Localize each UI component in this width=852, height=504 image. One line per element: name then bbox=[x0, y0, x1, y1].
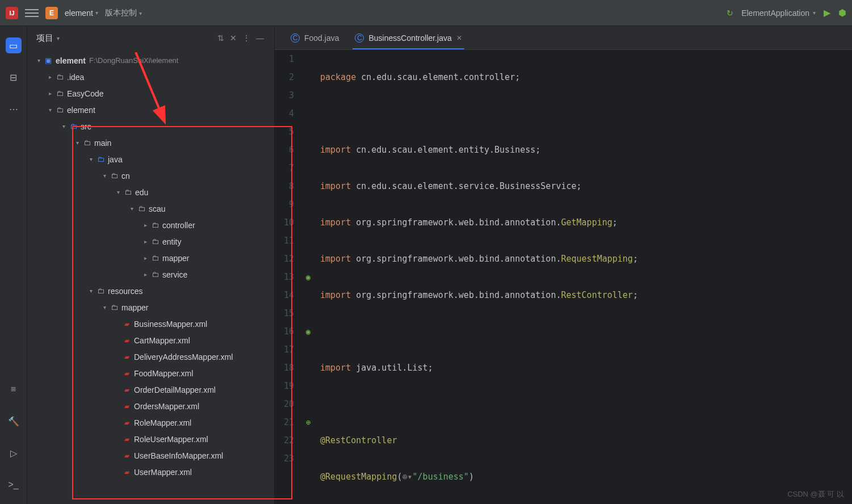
tree-item[interactable]: ▸🗀EasyCode bbox=[27, 85, 274, 102]
code-content[interactable]: package cn.edu.scau.element.controller; … bbox=[317, 50, 852, 504]
spring-bean-icon[interactable]: ◉ bbox=[306, 327, 310, 336]
class-icon: C bbox=[291, 33, 300, 43]
tree-item[interactable]: ▾🗀resources bbox=[27, 283, 274, 299]
tree-item[interactable]: ▾🗀mapper bbox=[27, 299, 274, 316]
tree-item[interactable]: ▸🗀.idea bbox=[27, 69, 274, 85]
watermark: CSDN @聂 可 以 bbox=[787, 489, 844, 499]
titlebar: IJ E element▾ 版本控制 ▾ ↻ ElementApplicatio… bbox=[0, 0, 852, 26]
debug-icon[interactable]: ⬢ bbox=[838, 7, 846, 18]
tab-food[interactable]: CFood.java bbox=[283, 26, 347, 49]
tree-file[interactable]: ▰OrdersMapper.xml bbox=[27, 398, 274, 414]
tree-item[interactable]: ▾🗀element bbox=[27, 102, 274, 118]
todo-tool-icon[interactable]: ≡ bbox=[6, 381, 22, 397]
project-panel-title: 项目 bbox=[36, 33, 53, 44]
tree-file[interactable]: ▰UserMapper.xml bbox=[27, 464, 274, 480]
spring-bean-icon[interactable]: ◉ bbox=[306, 272, 310, 282]
tree-item[interactable]: ▸🗀service bbox=[27, 266, 274, 283]
intellij-icon: IJ bbox=[6, 7, 18, 19]
run-icon[interactable]: ▶ bbox=[824, 7, 830, 18]
project-tree[interactable]: ▾▣elementF:\DongRuanShiXi\element ▸🗀.ide… bbox=[27, 50, 274, 504]
tree-item[interactable]: ▸🗀entity bbox=[27, 233, 274, 250]
run-tool-icon[interactable]: ▷ bbox=[6, 445, 22, 461]
tree-item[interactable]: ▸🗀controller bbox=[27, 217, 274, 233]
close-panel-icon[interactable]: ✕ bbox=[229, 32, 238, 44]
code-editor[interactable]: 1234567891011121314151617181920212223 ◉◉… bbox=[275, 50, 852, 504]
editor-area: CFood.java CBusinessController.java✕ 123… bbox=[275, 26, 852, 504]
tree-file[interactable]: ▰CartMapper.xml bbox=[27, 332, 274, 348]
project-panel: 项目 ▾ ⇅ ✕ ⋮ — ▾▣elementF:\DongRuanShiXi\e… bbox=[27, 26, 275, 504]
rerun-icon[interactable]: ↻ bbox=[727, 9, 733, 18]
tree-file[interactable]: ▰FoodMapper.xml bbox=[27, 365, 274, 381]
line-numbers: 1234567891011121314151617181920212223 bbox=[275, 50, 300, 504]
tab-businesscontroller[interactable]: CBusinessController.java✕ bbox=[347, 26, 469, 49]
tree-file[interactable]: ▰RoleUserMapper.xml bbox=[27, 431, 274, 447]
minimize-icon[interactable]: — bbox=[255, 32, 265, 44]
expand-icon[interactable]: ⇅ bbox=[216, 32, 225, 44]
structure-tool-icon[interactable]: ⊟ bbox=[6, 69, 22, 85]
build-tool-icon[interactable]: 🔨 bbox=[6, 413, 22, 429]
close-tab-icon[interactable]: ✕ bbox=[456, 34, 462, 42]
left-toolbar: ▭ ⊟ ⋯ ≡ 🔨 ▷ >_ bbox=[0, 26, 27, 504]
tree-file[interactable]: ▰OrderDetailMapper.xml bbox=[27, 381, 274, 398]
project-panel-header: 项目 ▾ ⇅ ✕ ⋮ — bbox=[27, 26, 274, 50]
run-config-selector[interactable]: ElementApplication▾ bbox=[741, 9, 816, 18]
tree-item[interactable]: ▸🗀mapper bbox=[27, 250, 274, 266]
main-menu-button[interactable] bbox=[25, 6, 39, 20]
tree-root[interactable]: ▾▣elementF:\DongRuanShiXi\element bbox=[27, 52, 274, 69]
project-tool-icon[interactable]: ▭ bbox=[6, 37, 22, 53]
tree-item[interactable]: ▾🗀main bbox=[27, 135, 274, 151]
tree-item[interactable]: ▾🗀java bbox=[27, 151, 274, 167]
tree-item[interactable]: ▾🗀cn bbox=[27, 167, 274, 184]
tree-file[interactable]: ▰BusinessMapper.xml bbox=[27, 316, 274, 332]
editor-tabs: CFood.java CBusinessController.java✕ bbox=[275, 26, 852, 50]
more-tool-icon[interactable]: ⋯ bbox=[6, 101, 22, 117]
tree-item[interactable]: ▾🗀src bbox=[27, 118, 274, 135]
project-chip: E bbox=[45, 7, 58, 19]
tree-file[interactable]: ▰UserBaseInfoMapper.xml bbox=[27, 447, 274, 464]
more-options-icon[interactable]: ⋮ bbox=[241, 32, 251, 44]
tree-file[interactable]: ▰RoleMapper.xml bbox=[27, 414, 274, 431]
tree-file[interactable]: ▰DeliveryAddressMapper.xml bbox=[27, 348, 274, 365]
class-icon: C bbox=[355, 33, 364, 43]
project-selector[interactable]: element▾ bbox=[65, 9, 98, 18]
tree-item[interactable]: ▾🗀scau bbox=[27, 200, 274, 217]
terminal-tool-icon[interactable]: >_ bbox=[6, 477, 22, 493]
vcs-menu[interactable]: 版本控制 ▾ bbox=[105, 8, 142, 18]
gutter-icons: ◉◉⊕ bbox=[300, 50, 317, 504]
tree-item[interactable]: ▾🗀edu bbox=[27, 184, 274, 200]
spring-endpoint-icon[interactable]: ⊕ bbox=[306, 418, 310, 427]
